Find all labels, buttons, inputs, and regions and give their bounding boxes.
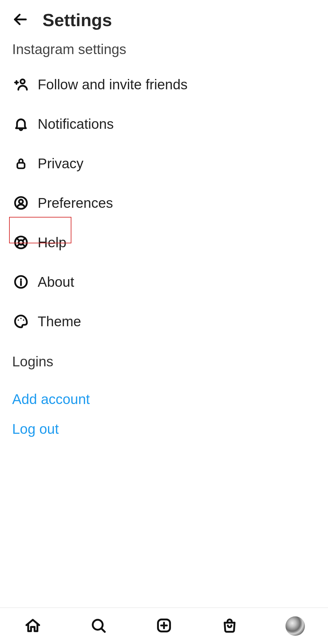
menu-item-label: Notifications [38,116,114,132]
nav-search[interactable] [88,615,109,637]
info-icon [12,273,30,291]
svg-rect-4 [17,163,25,168]
search-icon [90,617,107,635]
svg-point-18 [23,320,24,321]
svg-point-6 [19,200,23,204]
menu-item-preferences[interactable]: Preferences [0,183,328,223]
logins-section: Logins Add account Log out [0,341,328,447]
menu-item-help[interactable]: Help [0,223,328,262]
svg-line-20 [101,628,105,632]
svg-point-16 [18,320,19,321]
page-title: Settings [43,10,112,30]
bottom-nav [0,608,328,644]
nav-create[interactable] [153,615,175,637]
menu-item-notifications[interactable]: Notifications [0,104,328,144]
palette-icon [12,313,30,330]
section-logins-label: Logins [12,353,316,370]
back-button[interactable] [12,12,29,28]
menu-item-label: About [38,274,74,290]
settings-menu: Follow and invite friends Notifications … [0,65,328,341]
header: Settings [0,0,328,36]
avatar [285,616,305,636]
menu-item-privacy[interactable]: Privacy [0,144,328,183]
log-out-link[interactable]: Log out [12,414,316,444]
menu-item-label: Theme [38,313,81,330]
bell-icon [12,115,30,133]
menu-item-follow-invite[interactable]: Follow and invite friends [0,65,328,104]
svg-line-12 [17,244,19,247]
arrow-left-icon [12,11,29,29]
shopping-bag-icon [221,617,238,635]
plus-square-icon [155,617,173,635]
svg-line-11 [23,238,25,241]
menu-item-label: Help [38,234,67,251]
lifebuoy-icon [12,234,30,251]
menu-item-label: Preferences [38,195,113,211]
menu-item-theme[interactable]: Theme [0,302,328,341]
home-icon [24,617,41,635]
person-circle-icon [12,194,30,212]
nav-shop[interactable] [219,615,240,637]
add-person-icon [12,76,30,93]
svg-line-10 [23,244,25,247]
menu-item-label: Follow and invite friends [38,76,187,93]
svg-point-17 [20,318,22,319]
section-instagram-settings: Instagram settings [0,36,328,65]
menu-item-about[interactable]: About [0,262,328,302]
svg-line-9 [17,238,19,241]
nav-home[interactable] [22,615,43,637]
svg-point-1 [20,79,25,84]
lock-icon [12,155,30,172]
add-account-link[interactable]: Add account [12,384,316,414]
nav-profile[interactable] [285,615,306,637]
menu-item-label: Privacy [38,155,84,172]
